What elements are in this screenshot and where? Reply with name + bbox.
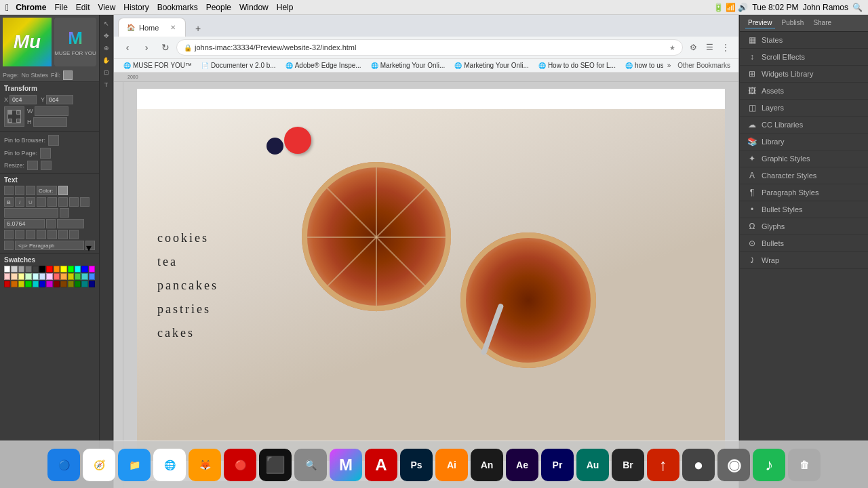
tracking-input[interactable]: [57, 219, 84, 228]
dock-icon-premiere[interactable]: Pr: [541, 449, 574, 481]
align-2[interactable]: [15, 230, 24, 239]
menu-item-pastries[interactable]: pastries: [157, 302, 218, 316]
bookmark-muse-for-you™[interactable]: 🌐MUSE FOR YOU™: [119, 60, 196, 70]
swatch-#ccffff[interactable]: [33, 273, 39, 280]
dock-icon-opera[interactable]: 🔴: [224, 449, 256, 481]
tab-close-btn[interactable]: ✕: [169, 22, 177, 33]
dock-icon-audition[interactable]: Au: [576, 449, 609, 481]
text-style-7[interactable]: [69, 197, 79, 207]
back-btn[interactable]: ‹: [119, 39, 136, 56]
forward-btn[interactable]: ›: [138, 39, 155, 56]
panel-item-layers[interactable]: ◫Layers: [740, 100, 868, 117]
swatch-#ffccff[interactable]: [46, 273, 52, 280]
pin-page-control[interactable]: [40, 148, 51, 159]
swatch-#cc0000[interactable]: [4, 281, 10, 287]
menu-bookmarks[interactable]: Bookmarks: [157, 3, 198, 12]
line-height-input[interactable]: [4, 219, 45, 228]
resize-control[interactable]: [27, 161, 38, 170]
panel-item-bullet-styles[interactable]: •Bullet Styles: [740, 201, 868, 218]
w-input[interactable]: [35, 106, 68, 116]
text-tool[interactable]: T: [102, 80, 111, 89]
swatch-#804000[interactable]: [60, 281, 66, 287]
extension-btn-2[interactable]: ☰: [702, 40, 717, 55]
swatch-#d0d0d0[interactable]: [11, 266, 17, 272]
dock-icon-firefox[interactable]: 🦊: [189, 449, 221, 481]
pin-browser-control[interactable]: [48, 135, 59, 146]
dock-icon-safari[interactable]: 🧭: [83, 449, 115, 481]
swatch-#008000[interactable]: [75, 281, 81, 287]
refresh-btn[interactable]: ↻: [157, 39, 174, 56]
text-style-8[interactable]: [80, 197, 90, 207]
swatch-#4488ff[interactable]: [89, 273, 95, 280]
bookmark-documenter-v-2.[interactable]: 📄Documenter v 2.0 b...: [197, 60, 280, 70]
underline-btn[interactable]: U: [26, 197, 35, 207]
swatch-#000080[interactable]: [89, 281, 95, 287]
swatch-#008080[interactable]: [81, 281, 87, 287]
menu-file[interactable]: File: [54, 3, 67, 12]
dock-icon-aftereffects[interactable]: Ae: [506, 449, 538, 481]
swatch-#707070[interactable]: [25, 266, 31, 272]
dock-icon-ftp[interactable]: ↑: [647, 449, 679, 481]
fill-color-swatch[interactable]: [63, 70, 73, 80]
dock-icon-acrobat[interactable]: A: [365, 449, 397, 481]
bold-btn[interactable]: B: [4, 197, 14, 207]
move-tool[interactable]: ✥: [102, 31, 111, 41]
paragraph-select[interactable]: <p> Paragraph: [15, 241, 84, 250]
h-input[interactable]: [33, 117, 67, 127]
x-input[interactable]: [9, 95, 37, 104]
swatch-#000000[interactable]: [39, 266, 45, 272]
menu-help[interactable]: Help: [277, 3, 294, 12]
swatch-#0000cc[interactable]: [39, 281, 45, 287]
panel-item-library[interactable]: 📚Library: [740, 134, 868, 150]
menu-people[interactable]: People: [206, 3, 231, 12]
swatch-#cccc00[interactable]: [68, 273, 74, 280]
dock-icon-app2[interactable]: ◉: [717, 449, 750, 481]
swatch-#cc6600[interactable]: [11, 281, 17, 287]
swatch-#44cccc[interactable]: [81, 273, 87, 280]
dock-icon-spotlight[interactable]: 🔍: [294, 449, 327, 481]
swatch-#ff6666[interactable]: [54, 273, 60, 280]
menu-chrome[interactable]: Chrome: [16, 3, 46, 12]
dock-icon-animate[interactable]: An: [471, 449, 503, 481]
dock-icon-trash[interactable]: 🗑: [788, 449, 821, 481]
select-tool[interactable]: ↖: [102, 19, 111, 28]
dock-icon-bridge[interactable]: Br: [612, 449, 644, 481]
chrome-active-tab[interactable]: 🏠 Home ✕: [118, 18, 186, 37]
menu-item-cookies[interactable]: cookies: [157, 230, 218, 245]
swatch-#ff8800[interactable]: [54, 266, 60, 272]
bookmark-how-to-do-seo-f[interactable]: 🌐How to do SEO for L...: [534, 60, 620, 70]
swatch-#00cccc[interactable]: [33, 281, 39, 287]
vert-align-2[interactable]: [58, 230, 68, 239]
hand-tool[interactable]: ✋: [102, 56, 111, 65]
panel-item-cc-libraries[interactable]: ☁CC Libraries: [740, 117, 868, 134]
html-tag-icon[interactable]: [4, 241, 14, 250]
align-4[interactable]: [37, 230, 46, 239]
panel-item-character-styles[interactable]: ACharacter Styles: [740, 167, 868, 184]
swatch-#a0a0a0[interactable]: [18, 266, 24, 272]
zoom-tool[interactable]: ⊕: [102, 43, 111, 53]
swatch-#0000ff[interactable]: [81, 266, 87, 272]
menu-item-pancakes[interactable]: pancakes: [157, 278, 218, 292]
font-style-2[interactable]: [15, 186, 24, 195]
font-control-1[interactable]: [60, 208, 69, 218]
apple-menu[interactable]: : [5, 2, 9, 13]
swatch-#00ffff[interactable]: [75, 266, 81, 272]
panel-item-bullets[interactable]: ⊙Bullets: [740, 235, 868, 252]
dock-icon-illustrator[interactable]: Ai: [435, 449, 468, 481]
swatch-#ffff99[interactable]: [18, 273, 24, 280]
panel-item-paragraph-styles[interactable]: ¶Paragraph Styles: [740, 184, 868, 201]
text-style-6[interactable]: [58, 197, 68, 207]
extension-btn-1[interactable]: ⚙: [686, 40, 701, 55]
swatch-#ffff00[interactable]: [60, 266, 66, 272]
swatch-#ffd9b3[interactable]: [11, 273, 17, 280]
bookmark-star[interactable]: ★: [669, 44, 675, 52]
panel-item-glyphs[interactable]: ΩGlyphs: [740, 218, 868, 235]
align-3[interactable]: [26, 230, 35, 239]
swatch-#ffaa44[interactable]: [60, 273, 66, 280]
font-control-2[interactable]: [46, 219, 56, 228]
preview-tab[interactable]: Preview: [745, 18, 775, 28]
dock-icon-photoshop[interactable]: Ps: [400, 449, 433, 481]
font-color-swatch[interactable]: [58, 186, 68, 195]
swatch-#ff00ff[interactable]: [89, 266, 95, 272]
menu-view[interactable]: View: [98, 3, 116, 12]
